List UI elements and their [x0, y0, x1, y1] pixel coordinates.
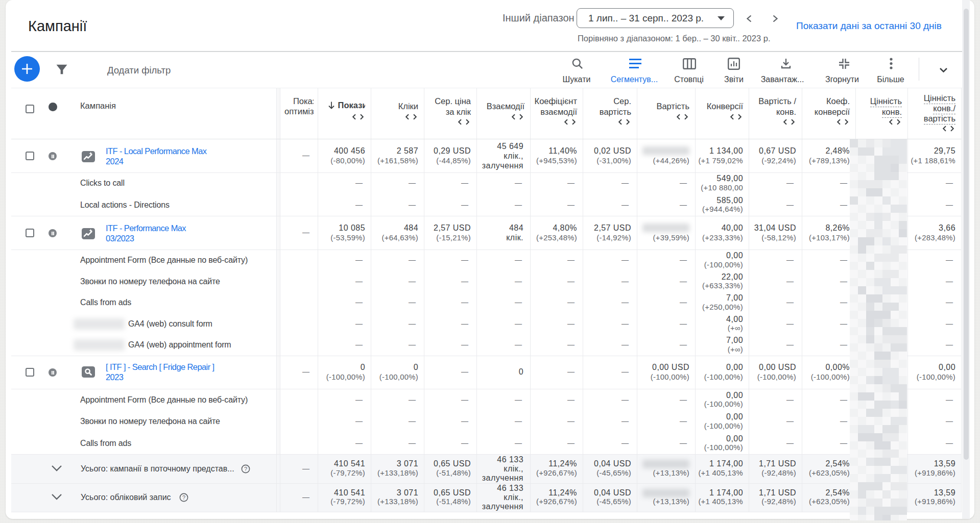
svg-text:?: ?: [244, 466, 247, 472]
svg-text:?: ?: [182, 494, 185, 501]
